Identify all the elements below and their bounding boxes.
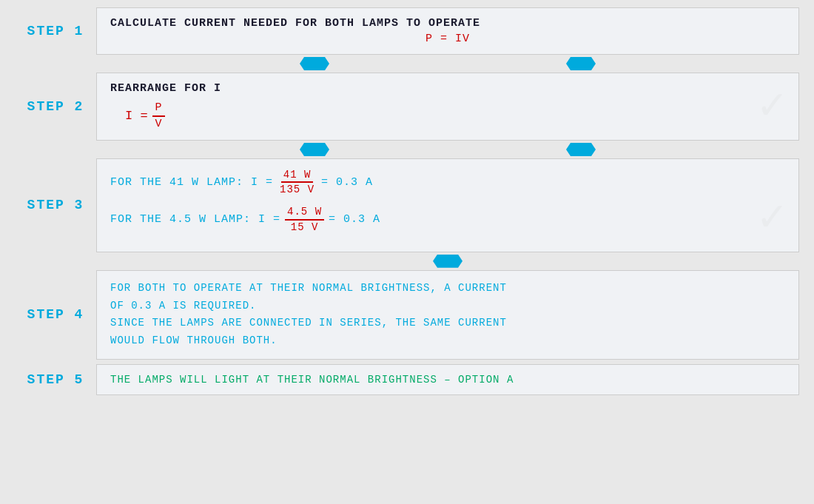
step4-line2: OF 0.3 A IS REQUIRED. (110, 298, 785, 315)
step4-box: FOR BOTH TO OPERATE AT THEIR NORMAL BRIG… (96, 270, 799, 360)
step3-label: STEP 3 (15, 158, 96, 252)
step2-numerator: P (152, 101, 165, 117)
step5-label: STEP 5 (15, 364, 96, 395)
arrow-down-right-2 (566, 143, 596, 156)
step3-line1-prefix: FOR THE 41 W LAMP: I = (110, 176, 273, 189)
step2-box: REARRANGE FOR I I = P V ✓ (96, 73, 799, 141)
step1-formula: P = IV (110, 33, 785, 45)
step3-line1: FOR THE 41 W LAMP: I = 41 W 135 V = 0.3 … (110, 168, 785, 196)
step2-fraction: P V (152, 101, 165, 131)
step2-row: STEP 2 REARRANGE FOR I I = P V ✓ (15, 73, 799, 141)
step3-line2-prefix: FOR THE 4.5 W LAMP: I = (110, 213, 280, 226)
step5-row: STEP 5 THE LAMPS WILL LIGHT AT THEIR NOR… (15, 364, 799, 395)
arrow-down-single-3 (433, 255, 462, 268)
step3-fraction1: 41 W 135 V (278, 168, 317, 196)
arrow-down-left-2 (300, 143, 329, 156)
step2-label: STEP 2 (15, 73, 96, 141)
step4-text: FOR BOTH TO OPERATE AT THEIR NORMAL BRIG… (110, 280, 785, 350)
step1-title: CALCULATE CURRENT NEEDED FOR BOTH LAMPS … (110, 17, 785, 30)
step1-label: STEP 1 (15, 7, 96, 55)
step4-line3: SINCE THE LAMPS ARE CONNECTED IN SERIES,… (110, 315, 785, 332)
step2-formula: I = P V (110, 101, 785, 131)
step2-title: REARRANGE FOR I (110, 82, 785, 95)
step3-line2-suffix: = 0.3 A (329, 213, 380, 226)
arrow-down-right-1 (566, 57, 596, 70)
arrow-row-2 (15, 143, 799, 156)
step4-row: STEP 4 FOR BOTH TO OPERATE AT THEIR NORM… (15, 270, 799, 360)
arrow-down-left-1 (300, 57, 329, 70)
step4-line4: WOULD FLOW THROUGH BOTH. (110, 332, 785, 350)
step4-line1: FOR BOTH TO OPERATE AT THEIR NORMAL BRIG… (110, 280, 785, 298)
step3-box: FOR THE 41 W LAMP: I = 41 W 135 V = 0.3 … (96, 158, 799, 252)
step3-numer2: 4.5 W (285, 205, 324, 220)
step3-numer1: 41 W (281, 168, 314, 183)
step2-i-equals: I = (125, 109, 148, 123)
step3-row: STEP 3 FOR THE 41 W LAMP: I = 41 W 135 V… (15, 158, 799, 252)
step3-fraction2: 4.5 W 15 V (285, 205, 324, 233)
step3-denom1: 135 V (278, 183, 317, 196)
step5-text: THE LAMPS WILL LIGHT AT THEIR NORMAL BRI… (110, 374, 785, 386)
arrow-row-1 (15, 57, 799, 70)
step1-row: STEP 1 CALCULATE CURRENT NEEDED FOR BOTH… (15, 7, 799, 55)
step5-box: THE LAMPS WILL LIGHT AT THEIR NORMAL BRI… (96, 364, 799, 395)
step3-line1-suffix: = 0.3 A (321, 176, 373, 189)
arrow-row-3 (15, 255, 799, 268)
step2-denominator: V (152, 117, 165, 132)
step3-denom2: 15 V (289, 221, 321, 234)
step3-line2: FOR THE 4.5 W LAMP: I = 4.5 W 15 V = 0.3… (110, 205, 785, 233)
step4-label: STEP 4 (15, 270, 96, 360)
step1-box: CALCULATE CURRENT NEEDED FOR BOTH LAMPS … (96, 7, 799, 55)
